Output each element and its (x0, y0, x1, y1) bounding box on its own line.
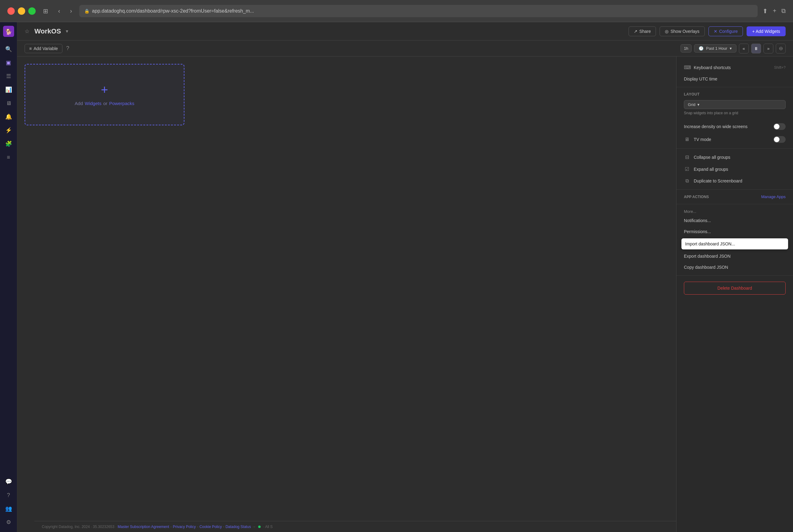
configure-x-icon: ✕ (714, 29, 717, 34)
tabs-icon[interactable]: ⧉ (781, 7, 786, 15)
display-utc-item[interactable]: Display UTC time (677, 73, 793, 84)
minimize-button[interactable] (18, 7, 25, 15)
layout-description: Snap widgets into place on a grid (684, 111, 786, 115)
layout-section-label: Layout (677, 90, 793, 98)
divider-5 (677, 275, 793, 276)
add-content-text: Add Widgets or Powerpacks (75, 101, 134, 106)
zoom-out-button[interactable]: ⊖ (776, 44, 786, 54)
title-chevron-button[interactable]: ▾ (66, 28, 68, 34)
widgets-link[interactable]: Widgets (85, 101, 102, 106)
tv-mode-item[interactable]: 🖥 TV mode (677, 133, 793, 146)
datadog-logo: 🐕 (3, 26, 14, 37)
app-actions-row: App Actions Manage Apps (677, 192, 793, 202)
layout-grid-select[interactable]: Grid ▾ (684, 100, 786, 109)
add-widgets-label: + Add Widgets (752, 29, 780, 34)
expand-groups-item[interactable]: ☑ Expand all groups (677, 163, 793, 175)
keyboard-shortcuts-label: Keyboard shortcuts (694, 65, 770, 70)
delete-dashboard-button[interactable]: Delete Dashboard (684, 282, 786, 294)
export-json-item[interactable]: Export dashboard JSON (677, 251, 793, 262)
add-variable-label: Add Variable (34, 46, 58, 51)
sidebar-item-users[interactable]: 👥 (2, 502, 15, 515)
time-dropdown-icon: ▾ (730, 46, 732, 51)
sidebar-toggle-button[interactable]: ⊞ (41, 6, 51, 16)
tv-mode-label: TV mode (694, 137, 770, 142)
more-label: More... (677, 207, 793, 215)
divider-4 (677, 204, 793, 204)
sidebar-item-alerts[interactable]: 🔔 (2, 111, 15, 123)
time-back-button[interactable]: « (739, 44, 749, 54)
permissions-item[interactable]: Permissions... (677, 226, 793, 237)
time-pause-button[interactable]: ⏸ (751, 44, 761, 54)
permissions-label: Permissions... (684, 229, 786, 234)
show-overlays-button[interactable]: ◎ Show Overlays (660, 26, 704, 36)
top-bar-actions: ↗ Share ◎ Show Overlays ✕ Configure + Ad… (629, 26, 786, 36)
increase-density-item[interactable]: Increase density on wide screens (677, 120, 793, 133)
manage-apps-link[interactable]: Manage Apps (761, 194, 786, 199)
sidebar-item-metrics[interactable]: 📊 (2, 83, 15, 96)
increase-density-label: Increase density on wide screens (684, 124, 770, 129)
sidebar-item-logs[interactable]: ≡ (2, 151, 15, 164)
master-subscription-link[interactable]: Master Subscription Agreement (118, 525, 169, 529)
close-button[interactable] (7, 7, 15, 15)
browser-chrome: ⊞ ‹ › 🔒 app.datadoghq.com/dashboard/rpw-… (0, 0, 793, 22)
share-label: Share (639, 29, 651, 34)
status-indicator (258, 526, 261, 528)
collapse-groups-label: Collapse all groups (694, 155, 786, 160)
add-label: Add (75, 101, 83, 106)
time-shortcut-badge[interactable]: 1h (681, 44, 691, 53)
datadog-status-link[interactable]: Datadog Status (226, 525, 251, 529)
expand-groups-label: Expand all groups (694, 167, 786, 172)
share-button[interactable]: ↗ Share (629, 26, 656, 36)
import-json-item[interactable]: Import dashboard JSON... (681, 239, 788, 249)
notifications-item[interactable]: Notifications... (677, 215, 793, 226)
sidebar-item-monitor[interactable]: 🖥 (2, 97, 15, 109)
app-actions-label: App Actions (684, 195, 709, 199)
sidebar-item-chat[interactable]: 💬 (2, 475, 15, 488)
back-button[interactable]: ‹ (56, 6, 63, 16)
sidebar-item-help[interactable]: ? (2, 489, 15, 501)
powerpacks-link[interactable]: Powerpacks (109, 101, 134, 106)
copy-json-item[interactable]: Copy dashboard JSON (677, 262, 793, 273)
export-json-label: Export dashboard JSON (684, 254, 786, 259)
divider-2 (677, 148, 793, 149)
top-bar: ☆ WorkOS ▾ ↗ Share ◎ Show Overlays ✕ Con… (17, 22, 793, 41)
dashboard-title: WorkOS (34, 27, 61, 35)
sidebar: 🐕 🔍 ▣ ☰ 📊 🖥 🔔 ⚡ 🧩 ≡ 💬 ? 👥 ⚙ (0, 22, 17, 532)
variable-icon: ≡ (29, 46, 32, 51)
duplicate-screenboard-item[interactable]: ⧉ Duplicate to Screenboard (677, 175, 793, 187)
forward-button[interactable]: › (68, 6, 75, 16)
footer-sep1: - (170, 525, 171, 529)
second-bar: ≡ Add Variable ? 1h 🕐 Past 1 Hour ▾ « ⏸ … (17, 41, 793, 57)
fullscreen-button[interactable] (28, 7, 36, 15)
footer-sep3: - (223, 525, 224, 529)
add-widgets-button[interactable]: + Add Widgets (746, 26, 786, 36)
tv-mode-toggle[interactable] (773, 136, 786, 143)
sidebar-item-apm[interactable]: ⚡ (2, 124, 15, 136)
help-icon[interactable]: ? (66, 45, 69, 52)
delete-label: Delete Dashboard (717, 286, 752, 290)
time-range-label: Past 1 Hour (706, 46, 727, 51)
duplicate-label: Duplicate to Screenboard (694, 178, 786, 183)
time-forward-button[interactable]: » (763, 44, 773, 54)
sidebar-item-list[interactable]: ☰ (2, 70, 15, 82)
share-browser-icon[interactable]: ⬆ (762, 7, 768, 15)
sidebar-item-search[interactable]: 🔍 (2, 43, 15, 55)
sidebar-item-dashboard[interactable]: ▣ (2, 57, 15, 69)
increase-density-toggle[interactable] (773, 123, 786, 130)
keyboard-shortcuts-item[interactable]: ⌨ Keyboard shortcuts Shift+? (677, 61, 793, 73)
favorite-star-icon[interactable]: ☆ (24, 28, 30, 35)
app-container: 🐕 🔍 ▣ ☰ 📊 🖥 🔔 ⚡ 🧩 ≡ 💬 ? 👥 ⚙ ☆ WorkOS ▾ ↗ (0, 22, 793, 532)
sidebar-item-settings[interactable]: ⚙ (2, 516, 15, 528)
add-variable-button[interactable]: ≡ Add Variable (24, 44, 62, 53)
cookie-policy-link[interactable]: Cookie Policy (200, 525, 222, 529)
browser-actions: ⬆ + ⧉ (762, 7, 786, 15)
time-range-selector[interactable]: 🕐 Past 1 Hour ▾ (694, 44, 736, 53)
new-tab-icon[interactable]: + (773, 7, 776, 15)
address-bar[interactable]: 🔒 app.datadoghq.com/dashboard/rpw-xsc-2e… (79, 5, 758, 17)
empty-widget-placeholder[interactable]: + Add Widgets or Powerpacks (24, 64, 184, 125)
configure-button[interactable]: ✕ Configure (708, 26, 743, 36)
footer-suffix: · All S (263, 525, 273, 529)
sidebar-item-integrations[interactable]: 🧩 (2, 138, 15, 150)
privacy-policy-link[interactable]: Privacy Policy (173, 525, 196, 529)
collapse-groups-item[interactable]: ⊟ Collapse all groups (677, 151, 793, 163)
